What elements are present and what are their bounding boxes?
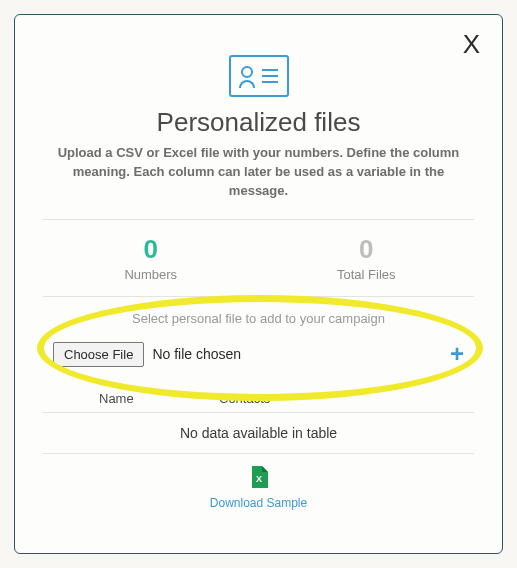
file-upload-section: Select personal file to add to your camp…	[43, 297, 474, 385]
download-sample-area: X Download Sample	[43, 454, 474, 510]
svg-text:X: X	[255, 474, 261, 484]
add-file-icon[interactable]: +	[450, 342, 464, 366]
stat-numbers: 0 Numbers	[43, 234, 259, 282]
stat-total-files: 0 Total Files	[259, 234, 475, 282]
dialog-subtitle: Upload a CSV or Excel file with your num…	[43, 144, 474, 201]
stat-numbers-value: 0	[43, 234, 259, 265]
stat-total-files-label: Total Files	[259, 267, 475, 282]
file-input-row: Choose File No file chosen +	[43, 342, 474, 367]
stat-total-files-value: 0	[259, 234, 475, 265]
table-empty-message: No data available in table	[43, 413, 474, 454]
excel-file-icon: X	[250, 466, 268, 492]
stat-numbers-label: Numbers	[43, 267, 259, 282]
column-name: Name	[99, 391, 219, 406]
stats-row: 0 Numbers 0 Total Files	[43, 220, 474, 296]
choose-file-button[interactable]: Choose File	[53, 342, 144, 367]
personalized-files-dialog: X Personalized files Upload a CSV or Exc…	[14, 14, 503, 554]
file-status-text: No file chosen	[152, 346, 450, 362]
dialog-title: Personalized files	[43, 107, 474, 138]
download-sample-link[interactable]: Download Sample	[43, 496, 474, 510]
table-header: Name Contacts	[43, 385, 474, 413]
column-contacts: Contacts	[219, 391, 270, 406]
id-card-icon	[43, 55, 474, 97]
file-section-caption: Select personal file to add to your camp…	[43, 311, 474, 326]
close-icon[interactable]: X	[463, 29, 480, 60]
